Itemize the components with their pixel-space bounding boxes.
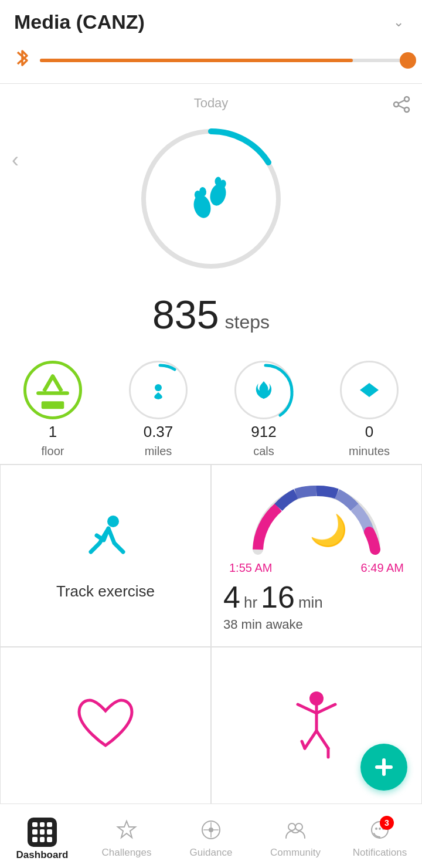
back-button[interactable]: ‹ [12, 148, 19, 172]
steps-unit: steps [224, 311, 269, 333]
steps-display: 835 steps [152, 286, 270, 337]
svg-point-6 [191, 193, 213, 220]
sleep-hr-label: hr [244, 594, 257, 612]
svg-point-1 [394, 102, 399, 107]
minutes-label: minutes [349, 445, 390, 458]
sleep-hours: 4 [223, 579, 240, 615]
svg-point-32 [209, 828, 213, 832]
steps-circle [135, 123, 287, 275]
activity-card[interactable] [211, 647, 422, 805]
bottom-nav: Dashboard Challenges Guidance [0, 803, 422, 868]
sleep-end: 6:49 AM [361, 561, 404, 575]
floor-circle [23, 361, 82, 419]
challenges-label: Challenges [101, 847, 151, 859]
stat-minutes[interactable]: 0 minutes [316, 361, 422, 458]
chevron-down-icon[interactable]: ⌄ [389, 16, 408, 28]
svg-rect-27 [375, 765, 393, 769]
sleep-min-label: min [298, 594, 323, 612]
svg-point-36 [375, 828, 377, 830]
notification-badge-wrapper: 3 [369, 819, 390, 845]
svg-text:🌙: 🌙 [309, 512, 348, 548]
svg-line-22 [305, 731, 316, 748]
share-button[interactable] [393, 96, 410, 117]
stat-miles[interactable]: 0.37 miles [106, 361, 211, 458]
exercise-label: Track exercise [56, 582, 155, 601]
guidance-icon [200, 819, 222, 845]
cards-grid: Track exercise [0, 464, 422, 805]
notifications-label: Notifications [353, 847, 407, 859]
heart-card[interactable] [0, 647, 211, 805]
header-top: Media (CANZ) ⌄ [14, 11, 408, 33]
svg-point-34 [295, 823, 302, 830]
exercise-icon [79, 511, 132, 573]
svg-point-18 [309, 691, 324, 706]
minutes-value: 0 [365, 423, 373, 441]
dashboard-icon [28, 818, 57, 847]
footprint-icon [182, 168, 240, 229]
sleep-mins: 16 [261, 579, 295, 615]
nav-challenges[interactable]: Challenges [84, 813, 169, 859]
miles-circle [129, 361, 188, 419]
nav-dashboard[interactable]: Dashboard [0, 812, 84, 861]
today-label: Today [194, 96, 229, 111]
sleep-start: 1:55 AM [229, 561, 272, 575]
activity-figure-icon [287, 690, 346, 762]
header: Media (CANZ) ⌄ [0, 0, 422, 84]
miles-label: miles [145, 445, 172, 458]
svg-point-16 [107, 516, 119, 527]
svg-point-33 [288, 823, 295, 830]
floor-label: floor [42, 445, 64, 458]
community-icon [285, 819, 306, 845]
svg-line-25 [302, 741, 305, 748]
svg-marker-15 [360, 383, 379, 397]
challenges-icon [116, 819, 137, 845]
cals-value: 912 [251, 423, 276, 441]
svg-line-20 [298, 704, 316, 713]
community-label: Community [270, 847, 321, 859]
svg-point-37 [379, 828, 381, 830]
steps-value: 835 [152, 291, 219, 337]
bluetooth-row [14, 42, 408, 83]
svg-line-23 [316, 731, 328, 748]
notification-count: 3 [380, 816, 394, 830]
stat-floor[interactable]: 1 floor [0, 361, 106, 458]
svg-line-3 [399, 100, 404, 103]
dashboard-label: Dashboard [16, 849, 69, 861]
svg-marker-28 [118, 821, 135, 838]
svg-rect-12 [36, 391, 69, 395]
minutes-circle [340, 361, 399, 419]
stat-cals[interactable]: 912 cals [211, 361, 316, 458]
sleep-times: 1:55 AM 6:49 AM [223, 561, 410, 575]
page-title: Media (CANZ) [14, 11, 145, 33]
sleep-duration: 4 hr 16 min [223, 579, 323, 615]
today-section: Today ‹ [0, 84, 422, 349]
nav-guidance[interactable]: Guidance [169, 813, 253, 859]
svg-point-2 [404, 107, 409, 112]
nav-notifications[interactable]: 3 Notifications [338, 813, 422, 859]
cals-label: cals [253, 445, 274, 458]
stats-row: 1 floor 0.37 miles 912 cals [0, 349, 422, 464]
svg-point-0 [404, 97, 409, 101]
floor-value: 1 [49, 423, 57, 441]
svg-line-21 [316, 704, 335, 713]
miles-value: 0.37 [144, 423, 173, 441]
svg-rect-13 [42, 401, 64, 409]
volume-thumb[interactable] [400, 52, 416, 69]
exercise-card[interactable]: Track exercise [0, 464, 211, 647]
volume-fill [40, 59, 353, 62]
volume-slider[interactable] [40, 59, 408, 62]
sleep-arc: 🌙 [223, 479, 410, 555]
nav-community[interactable]: Community [253, 813, 338, 859]
cals-circle [234, 361, 293, 419]
bluetooth-icon [14, 48, 30, 73]
heart-icon [73, 696, 138, 757]
svg-line-4 [399, 106, 404, 108]
sleep-awake: 38 min awake [223, 617, 303, 632]
sleep-card[interactable]: 🌙 1:55 AM 6:49 AM 4 hr 16 min 38 min awa… [211, 464, 422, 647]
add-button[interactable] [360, 744, 407, 791]
guidance-label: Guidance [190, 847, 233, 859]
